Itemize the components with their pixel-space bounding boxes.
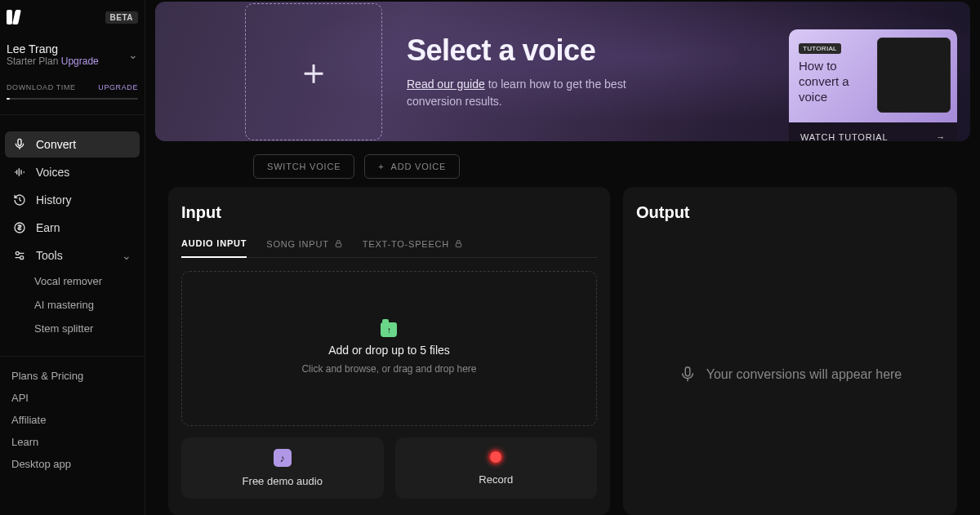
dropzone-title: Add or drop up to 5 files bbox=[328, 344, 450, 357]
tutorial-preview: TUTORIAL How to convert a voice bbox=[789, 29, 957, 122]
main-content: ＋ Select a voice Read our guide to learn… bbox=[145, 0, 980, 515]
link-api[interactable]: API bbox=[11, 392, 133, 404]
beta-badge: BETA bbox=[105, 11, 138, 24]
sidebar-header: BETA bbox=[0, 0, 145, 34]
hero-title: Select a voice bbox=[407, 33, 668, 68]
nav-ai-mastering[interactable]: AI mastering bbox=[33, 294, 140, 316]
link-plans-pricing[interactable]: Plans & Pricing bbox=[11, 370, 133, 382]
voices-icon bbox=[13, 166, 26, 179]
free-demo-audio-card[interactable]: ♪ Free demo audio bbox=[181, 437, 384, 499]
download-upgrade-link[interactable]: UPGRADE bbox=[98, 83, 138, 91]
chevron-down-icon: ⌄ bbox=[122, 249, 131, 262]
demo-label: Free demo audio bbox=[243, 475, 323, 487]
tab-text-to-speech[interactable]: TEXT-TO-SPEECH bbox=[363, 233, 463, 257]
switch-voice-button[interactable]: SWITCH VOICE bbox=[253, 154, 354, 179]
music-note-icon: ♪ bbox=[274, 449, 292, 467]
add-voice-button[interactable]: + ADD VOICE bbox=[364, 154, 460, 179]
select-voice-box[interactable]: ＋ bbox=[245, 3, 382, 140]
link-desktop-app[interactable]: Desktop app bbox=[11, 458, 133, 470]
output-panel: Output Your conversions will appear here bbox=[623, 187, 957, 515]
file-dropzone[interactable]: Add or drop up to 5 files Click and brow… bbox=[181, 271, 597, 426]
hero-banner: ＋ Select a voice Read our guide to learn… bbox=[155, 2, 970, 141]
link-affiliate[interactable]: Affiliate bbox=[11, 414, 133, 426]
svg-rect-6 bbox=[685, 366, 690, 375]
link-learn[interactable]: Learn bbox=[11, 436, 133, 448]
download-progress-bar bbox=[7, 98, 138, 100]
record-label: Record bbox=[479, 473, 513, 486]
output-empty-text: Your conversions will appear here bbox=[706, 367, 902, 382]
input-title: Input bbox=[181, 203, 597, 222]
nav-stem-splitter[interactable]: Stem splitter bbox=[33, 317, 140, 340]
read-guide-link[interactable]: Read our guide bbox=[407, 78, 485, 91]
microphone-icon bbox=[679, 366, 697, 384]
user-name: Lee Trang bbox=[7, 42, 99, 55]
tab-audio-input[interactable]: AUDIO INPUT bbox=[181, 233, 247, 258]
nav-voices[interactable]: Voices bbox=[5, 159, 140, 185]
upgrade-link[interactable]: Upgrade bbox=[61, 55, 99, 67]
user-account-toggle[interactable]: Lee Trang Starter Plan Upgrade ⌄ bbox=[0, 34, 145, 70]
output-title: Output bbox=[636, 203, 944, 222]
nav-earn[interactable]: Earn bbox=[5, 215, 140, 241]
voice-actions: SWITCH VOICE + ADD VOICE bbox=[155, 141, 970, 187]
input-tabs: AUDIO INPUT SONG INPUT TEXT-TO-SPEECH bbox=[181, 233, 597, 258]
record-icon bbox=[488, 449, 504, 465]
svg-point-3 bbox=[20, 256, 24, 260]
nav-vocal-remover[interactable]: Vocal remover bbox=[33, 270, 140, 292]
app-logo[interactable] bbox=[7, 10, 24, 24]
chevron-down-icon: ⌄ bbox=[128, 48, 138, 61]
plus-icon: ＋ bbox=[296, 54, 332, 90]
nav-history[interactable]: History bbox=[5, 187, 140, 213]
nav-convert[interactable]: Convert bbox=[5, 131, 140, 158]
dropzone-subtitle: Click and browse, or drag and drop here bbox=[301, 363, 476, 375]
tutorial-mock-icon bbox=[877, 38, 951, 113]
nav-tools[interactable]: Tools ⌄ bbox=[5, 242, 140, 269]
hero-subtitle: Read our guide to learn how to get the b… bbox=[407, 76, 668, 110]
watch-tutorial-label: WATCH TUTORIAL bbox=[800, 132, 888, 141]
lock-icon bbox=[454, 239, 463, 248]
arrow-right-icon: → bbox=[936, 132, 946, 141]
tutorial-title: How to convert a voice bbox=[799, 59, 872, 104]
download-time-label: DOWNLOAD TIME bbox=[7, 83, 76, 91]
record-card[interactable]: Record bbox=[395, 437, 598, 499]
tools-icon bbox=[13, 249, 26, 262]
lock-icon bbox=[334, 239, 343, 248]
svg-rect-5 bbox=[456, 243, 461, 247]
earn-icon bbox=[13, 221, 26, 234]
main-nav: Convert Voices History Earn T bbox=[0, 123, 145, 348]
sidebar: BETA Lee Trang Starter Plan Upgrade ⌄ DO… bbox=[0, 0, 145, 515]
user-plan: Starter Plan Upgrade bbox=[7, 55, 99, 67]
output-empty-state: Your conversions will appear here bbox=[636, 233, 944, 499]
tutorial-badge: TUTORIAL bbox=[799, 43, 841, 54]
tools-subnav: Vocal remover AI mastering Stem splitter bbox=[5, 270, 140, 340]
tutorial-card[interactable]: TUTORIAL How to convert a voice WATCH TU… bbox=[789, 29, 957, 141]
svg-rect-4 bbox=[336, 243, 341, 247]
history-icon bbox=[13, 193, 26, 206]
microphone-icon bbox=[13, 138, 26, 151]
tab-song-input[interactable]: SONG INPUT bbox=[266, 233, 342, 257]
input-panel: Input AUDIO INPUT SONG INPUT TEXT-TO-SPE… bbox=[168, 187, 610, 515]
download-time-section: DOWNLOAD TIME UPGRADE bbox=[0, 70, 145, 106]
folder-upload-icon bbox=[381, 322, 397, 337]
plus-icon: + bbox=[378, 162, 384, 171]
tutorial-footer[interactable]: WATCH TUTORIAL → bbox=[789, 122, 957, 141]
svg-point-2 bbox=[16, 251, 19, 255]
svg-rect-0 bbox=[18, 139, 21, 145]
secondary-nav: Plans & Pricing API Affiliate Learn Desk… bbox=[0, 365, 145, 475]
